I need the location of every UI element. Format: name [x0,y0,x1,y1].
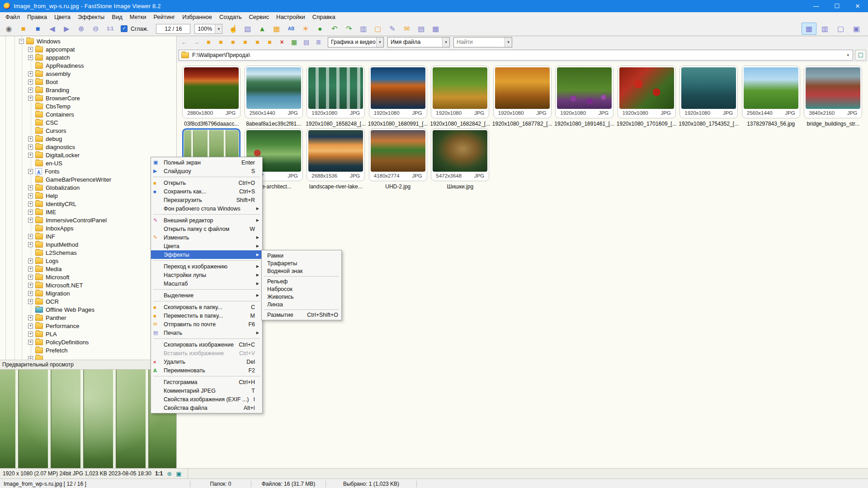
thumbnail-item[interactable]: 5472x3648 JPG Шишки.jpg [429,128,491,190]
tree-expand-box[interactable]: + [28,299,33,304]
submenu-item[interactable] [262,275,341,277]
context-menu-item[interactable] [151,288,262,291]
context-menu-item[interactable]: Выделение ▶ [151,291,262,300]
context-menu-item[interactable]: Свойства файла Alt+I [151,404,262,412]
tree-expand-box[interactable]: + [28,234,33,239]
tree-expand-box[interactable]: + [28,80,33,84]
toolbar-button[interactable]: ▦ [429,23,442,35]
tree-expand-box[interactable]: + [28,291,33,296]
thumbnail-cell[interactable]: 868x488 JPG [618,66,676,118]
toolbar-button[interactable]: ■ [203,37,214,47]
context-menu-item[interactable] [151,259,262,262]
context-menu-item[interactable]: × Удалить Del [151,357,262,366]
toolbar-button[interactable]: ☝ [226,23,240,35]
toolbar-button[interactable]: ● [313,23,326,35]
view-mode-button[interactable]: ▦ [802,23,816,35]
toolbar-button[interactable]: × [276,37,288,47]
zoom-select[interactable]: 100% ▾ [194,24,222,34]
file-filter-select[interactable]: Графика и видео ▾ [328,37,384,47]
toolbar-button[interactable]: ▦ [288,37,300,47]
thumbnail-item[interactable]: 868x488 JPG 1920x1080_1658248_[... [305,66,367,127]
toolbar-button[interactable]: ☀ [299,23,312,35]
thumbnail-cell[interactable]: 5472x3648 JPG [431,128,489,181]
toolbar-button[interactable]: ■ [31,23,44,35]
toolbar-button[interactable]: ■ [264,37,275,47]
thumbnail-cell[interactable]: 868x488 JPG [493,66,552,118]
tree-expand-box[interactable]: + [28,275,33,280]
menu-item[interactable]: Вид [108,13,126,21]
tree-folder-item[interactable]: Containers [28,110,176,118]
thumbnail-cell[interactable]: 2880x1800 JPG [182,66,241,118]
context-menu-item[interactable]: ■ Переместить в папку... M [151,311,262,320]
toolbar-button[interactable]: ◀ [46,23,59,35]
tree-folder-item-windows[interactable]: − Windows [19,37,176,45]
tree-expand-box[interactable]: + [28,356,33,360]
chevron-down-icon[interactable]: ▾ [215,24,222,33]
toolbar-button[interactable]: ■ [240,37,251,47]
thumbnail-item[interactable]: 868x488 JPG 1920x1080_1701609_[... [616,66,678,127]
context-menu-item[interactable]: Скопировать изображение Ctrl+C [151,340,262,349]
menu-item[interactable]: Создать [216,13,245,21]
thumbnail-item[interactable]: 868x488 JPG 1920x1080_1754352_[... [678,66,740,127]
toolbar-button[interactable]: ✎ [386,23,399,35]
submenu-item[interactable]: Рамки [262,252,341,259]
find-input[interactable]: Найти ▾ [453,37,512,47]
menu-item[interactable]: Избранное [179,13,216,21]
tree-expand-box[interactable]: + [28,218,33,223]
toolbar-button[interactable]: ■ [252,37,263,47]
context-menu-item[interactable]: ▤ Печать ▶ [151,328,262,337]
context-menu-item[interactable] [151,175,262,178]
view-mode-button[interactable]: ▣ [849,23,864,35]
view-mode-button[interactable]: ▢ [833,23,848,35]
toolbar-button[interactable]: ▤ [301,37,312,47]
tree-folder-item[interactable]: Cursors [28,127,176,135]
thumbnail-cell[interactable]: 868x488 JPG [679,66,738,118]
tree-expand-box[interactable]: + [28,145,33,150]
context-menu-item[interactable]: Открыть папку с файлом W [151,225,262,233]
tree-expand-box[interactable]: + [28,136,33,141]
toolbar-button[interactable]: ↶ [328,23,341,35]
thumbnail-item[interactable]: 2688x1536 JPG landscape-river-lake... [305,128,367,190]
context-menu-item[interactable]: Свойства изображения (EXIF ...) I [151,395,262,404]
tree-collapse-box[interactable]: − [19,39,24,44]
context-menu-item[interactable]: ■ Скопировать в папку... C [151,303,262,311]
context-menu-item[interactable]: ■ Сохранить как... Ctrl+S [151,187,262,196]
tree-expand-box[interactable]: + [28,55,33,60]
context-menu-item[interactable] [151,300,262,303]
thumbnail-cell[interactable]: 868x488 JPG [555,66,613,118]
tree-expand-box[interactable]: + [28,96,33,101]
toolbar-button[interactable]: ◉ [2,23,15,35]
thumbnail-item[interactable]: 868x488 JPG 1920x1080_1680991_[... [367,66,429,127]
tree-expand-box[interactable]: + [28,332,33,337]
menu-item[interactable]: Цвета [51,13,74,21]
context-menu-item[interactable]: Настройки лупы ▶ [151,271,262,279]
context-menu-item[interactable]: ▣ Полный экран Enter [151,158,262,167]
toolbar-button[interactable]: ▥ [357,23,370,35]
toolbar-button[interactable]: ■ [215,37,226,47]
submenu-item[interactable] [262,308,341,311]
thumbnail-item[interactable]: 868x488 JPG 1920x1080_1687782_[... [491,66,554,127]
toolbar-button[interactable]: ▢ [371,23,384,35]
tree-expand-box[interactable]: + [28,88,33,93]
smoothing-checkbox[interactable]: ✓ [121,25,127,32]
path-input[interactable]: F:\Wallpaper\Природа\ ▾ [179,50,853,61]
selection-frame-icon[interactable]: ▣ [176,470,181,477]
toolbar-button[interactable]: ← [179,37,190,47]
context-menu-item[interactable]: Перезагрузить Shift+R [151,196,262,204]
thumbnail-cell[interactable]: 3840x2160 JPG [804,66,862,118]
chevron-down-icon[interactable]: ▾ [442,38,449,47]
tree-folder-item[interactable]: + BrowserCore [28,94,176,102]
view-mode-button[interactable]: ▥ [817,23,832,35]
tree-expand-box[interactable]: + [28,169,33,174]
toolbar-button[interactable]: ■ [227,37,239,47]
menu-item[interactable]: Правка [24,13,51,21]
folder-history-button[interactable]: ☐ [855,50,866,61]
thumbnail-item[interactable]: 868x488 JPG 1920x1080_1682842_[... [429,66,491,127]
minimize-button[interactable]: — [806,0,826,12]
menu-item[interactable]: Файл [2,13,24,21]
menu-item[interactable]: Эффекты [74,13,108,21]
toolbar-button[interactable]: ⊕ [75,23,88,35]
menu-item[interactable]: Рейтинг [150,13,179,21]
menu-item[interactable]: Настройки [273,13,309,21]
thumbnail-item[interactable]: 2560x1440 JPG 1378297843_56.jpg [740,66,802,127]
